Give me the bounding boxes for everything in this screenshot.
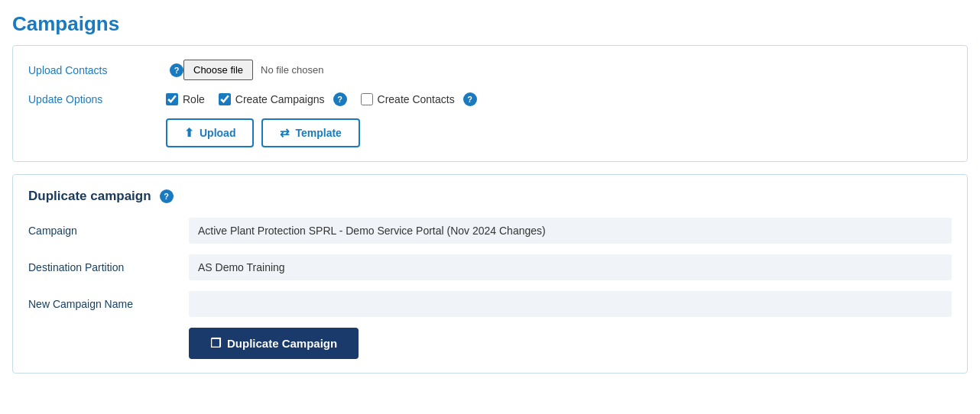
campaign-input[interactable] <box>189 218 952 244</box>
action-buttons: ⬆ Upload ⇄ Template <box>28 118 952 147</box>
duplicate-campaign-icon: ❐ <box>210 336 221 351</box>
update-options-row: Update Options Role Create Campaigns ? C… <box>28 92 952 106</box>
upload-button[interactable]: ⬆ Upload <box>166 118 254 147</box>
new-campaign-name-input[interactable] <box>189 291 952 317</box>
create-contacts-checkbox-label[interactable]: Create Contacts ? <box>361 92 477 106</box>
duplicate-campaign-button-label: Duplicate Campaign <box>227 337 337 350</box>
duplicate-section: Duplicate campaign ? Campaign * Destinat… <box>12 174 968 374</box>
options-row: Role Create Campaigns ? Create Contacts … <box>166 92 477 106</box>
new-campaign-name-row: New Campaign Name <box>28 291 952 317</box>
role-label: Role <box>183 93 205 105</box>
upload-section: Upload Contacts ? Choose file No file ch… <box>12 45 968 162</box>
new-campaign-name-label: New Campaign Name <box>28 298 189 310</box>
campaign-field-row: Campaign * <box>28 218 952 244</box>
create-contacts-checkbox[interactable] <box>361 93 373 105</box>
template-button-label: Template <box>295 127 341 139</box>
create-campaigns-label: Create Campaigns <box>235 93 325 105</box>
role-checkbox-label[interactable]: Role <box>166 93 205 105</box>
duplicate-section-title-text: Duplicate campaign <box>28 189 151 204</box>
duplicate-button-wrapper: ❐ Duplicate Campaign <box>28 328 952 359</box>
upload-contacts-row: Upload Contacts ? Choose file No file ch… <box>28 60 952 80</box>
update-options-label: Update Options <box>28 93 166 105</box>
destination-partition-row: Destination Partition * <box>28 254 952 280</box>
create-contacts-help-icon[interactable]: ? <box>463 92 477 106</box>
upload-contacts-label: Upload Contacts <box>28 64 166 76</box>
destination-partition-input[interactable] <box>189 254 952 280</box>
duplicate-help-icon[interactable]: ? <box>160 189 174 203</box>
campaign-field-label: Campaign <box>28 225 189 237</box>
template-icon: ⇄ <box>280 126 290 140</box>
destination-partition-label: Destination Partition <box>28 261 189 273</box>
choose-file-button[interactable]: Choose file <box>183 60 253 80</box>
role-checkbox[interactable] <box>166 93 178 105</box>
no-file-text: No file chosen <box>261 64 323 76</box>
create-campaigns-checkbox-label[interactable]: Create Campaigns ? <box>219 92 347 106</box>
duplicate-campaign-button[interactable]: ❐ Duplicate Campaign <box>189 328 359 359</box>
create-contacts-label: Create Contacts <box>378 93 455 105</box>
create-campaigns-checkbox[interactable] <box>219 93 231 105</box>
upload-button-label: Upload <box>200 127 235 139</box>
template-button[interactable]: ⇄ Template <box>261 118 359 147</box>
file-input-wrapper: Choose file No file chosen <box>183 60 323 80</box>
upload-icon: ⬆ <box>184 126 194 140</box>
upload-contacts-help-icon[interactable]: ? <box>170 63 183 77</box>
page-title: Campaigns <box>12 12 968 36</box>
duplicate-section-title: Duplicate campaign ? <box>28 189 952 204</box>
create-campaigns-help-icon[interactable]: ? <box>333 92 347 106</box>
